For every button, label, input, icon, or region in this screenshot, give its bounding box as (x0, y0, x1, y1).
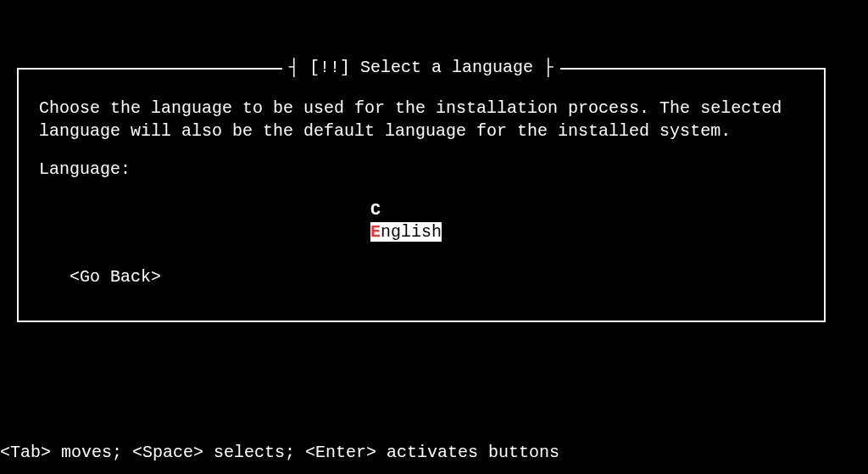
title-right-bracket: ├ (543, 58, 554, 77)
option-rest: nglish (381, 222, 442, 242)
title-text: [!!] Select a language (299, 58, 543, 77)
help-bar: <Tab> moves; <Space> selects; <Enter> ac… (0, 443, 559, 462)
language-option-english[interactable]: English (19, 221, 824, 243)
go-back-button[interactable]: <Go Back> (19, 267, 824, 287)
dialog-title: ┤ [!!] Select a language ├ (282, 58, 560, 77)
title-left-bracket: ┤ (289, 58, 299, 77)
language-option-c[interactable]: C (19, 199, 824, 221)
option-shortcut: C (370, 200, 381, 220)
language-dialog: ┤ [!!] Select a language ├ Choose the la… (17, 68, 826, 322)
language-options: C English (19, 199, 824, 243)
option-shortcut: E (370, 222, 381, 242)
dialog-description: Choose the language to be used for the i… (19, 86, 824, 142)
language-prompt: Language: (19, 142, 824, 179)
